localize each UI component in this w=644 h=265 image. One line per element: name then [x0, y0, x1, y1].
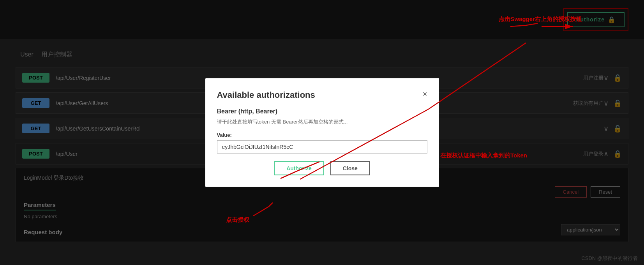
bearer-desc: 请于此处直接填写token 无需 Bearer然后再加空格的形式... [217, 118, 427, 126]
modal-close-button[interactable]: Close [330, 161, 370, 175]
modal-authorize-button[interactable]: Authorize [274, 161, 324, 175]
modal-title: Available authorizations [217, 90, 315, 100]
bearer-title: Bearer (http, Bearer) [217, 108, 427, 115]
value-label: Value: [217, 132, 427, 138]
token-input[interactable] [217, 140, 427, 153]
modal-header: Available authorizations × [217, 90, 427, 100]
modal-close-x-button[interactable]: × [423, 90, 427, 98]
authorization-modal: Available authorizations × Bearer (http,… [205, 78, 439, 187]
modal-footer: Authorize Close [217, 161, 427, 175]
